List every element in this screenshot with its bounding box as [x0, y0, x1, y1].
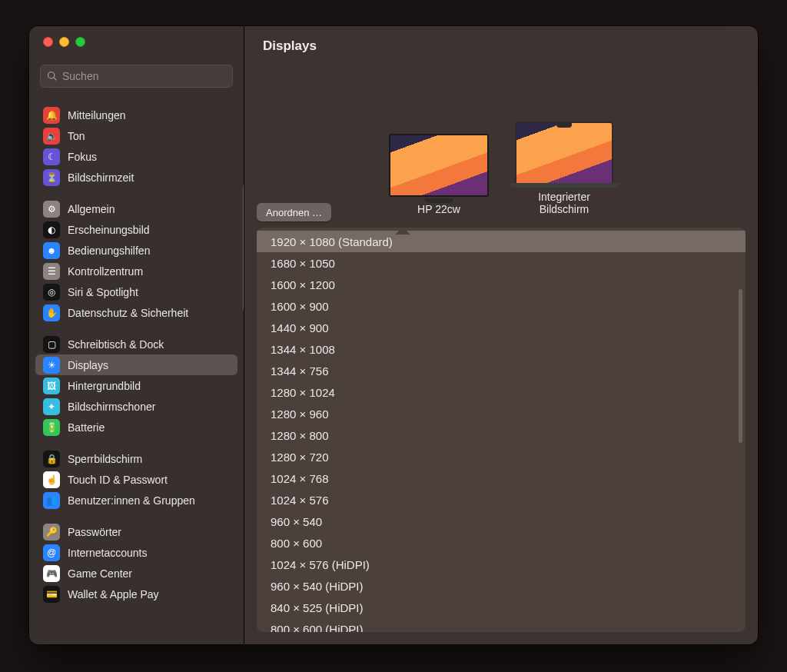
sidebar-item-sperrbildschirm[interactable]: 🔒Sperrbildschirm — [35, 448, 237, 469]
at-icon: @ — [43, 544, 60, 561]
battery-icon: 🔋 — [43, 419, 60, 436]
resolution-option[interactable]: 1280 × 800 — [257, 424, 745, 446]
sidebar-scrollbar[interactable] — [243, 185, 244, 311]
display-external[interactable]: HP 22cw — [389, 134, 489, 215]
sidebar-item-mitteilungen[interactable]: 🔔Mitteilungen — [35, 105, 237, 125]
hourglass-icon: ⏳ — [43, 169, 60, 186]
resolution-option[interactable]: 1024 × 768 — [257, 467, 745, 489]
sidebar-item-label: Touch ID & Passwort — [68, 474, 168, 486]
resolution-option[interactable]: 800 × 600 (HiDPI) — [257, 618, 745, 632]
arrange-button[interactable]: Anordnen … — [257, 203, 331, 221]
sidebar-item-label: Game Center — [68, 567, 132, 580]
sidebar-item-passw-rter[interactable]: 🔑Passwörter — [35, 521, 237, 542]
sidebar-item-schreibtisch-dock[interactable]: ▢Schreibtisch & Dock — [35, 334, 237, 354]
resolution-option[interactable]: 840 × 525 (HiDPI) — [257, 597, 745, 618]
lock-icon: 🔒 — [43, 451, 60, 467]
sidebar-item-label: Hintergrundbild — [68, 380, 141, 392]
sparkle-icon: ✦ — [43, 398, 60, 415]
display-label: Integrierter Bildschirm — [522, 191, 606, 215]
resolution-option[interactable]: 1600 × 1200 — [257, 274, 745, 295]
circle-half-icon: ◐ — [43, 221, 60, 238]
sidebar-item-allgemein[interactable]: ⚙Allgemein — [35, 198, 237, 219]
resolution-option[interactable]: 1680 × 1050 — [257, 252, 745, 274]
minimize-icon[interactable] — [59, 37, 69, 47]
resolution-option[interactable]: 1600 × 900 — [257, 295, 745, 317]
sidebar-item-label: Siri & Spotlight — [68, 286, 138, 298]
hand-icon: ✋ — [43, 304, 60, 321]
sidebar-item-displays[interactable]: ☀Displays — [35, 354, 237, 375]
sidebar-item-label: Displays — [68, 359, 108, 371]
zoom-icon[interactable] — [75, 37, 85, 47]
bell-icon: 🔔 — [43, 107, 60, 124]
display-builtin[interactable]: Integrierter Bildschirm — [515, 121, 613, 215]
sidebar-item-hintergrundbild[interactable]: 🖼Hintergrundbild — [35, 375, 237, 396]
sidebar-item-bedienungshilfen[interactable]: ☻Bedienungshilfen — [35, 240, 237, 261]
sidebar-item-ton[interactable]: 🔈Ton — [35, 125, 237, 146]
sidebar-item-label: Passwörter — [68, 526, 121, 538]
resolution-scrollbar[interactable] — [739, 289, 742, 443]
users-icon: 👥 — [43, 492, 60, 509]
resolution-option[interactable]: 1024 × 576 (HiDPI) — [257, 554, 745, 575]
sidebar-item-erscheinungsbild[interactable]: ◐Erscheinungsbild — [35, 219, 237, 240]
sidebar-item-label: Mitteilungen — [68, 109, 126, 121]
game-icon: 🎮 — [43, 565, 60, 582]
laptop-icon — [515, 121, 613, 185]
image-icon: 🖼 — [43, 378, 60, 394]
sidebar: Suchen 🔔Mitteilungen🔈Ton☾Fokus⏳Bildschir… — [29, 26, 244, 644]
sidebar-item-fokus[interactable]: ☾Fokus — [35, 146, 237, 167]
sidebar-item-game-center[interactable]: 🎮Game Center — [35, 563, 237, 584]
moon-icon: ☾ — [43, 148, 60, 165]
sidebar-item-label: Batterie — [68, 421, 105, 434]
sidebar-item-label: Benutzer:innen & Gruppen — [68, 494, 195, 507]
sun-icon: ☀ — [43, 357, 60, 374]
window-controls — [29, 26, 244, 57]
search-input[interactable]: Suchen — [40, 65, 233, 88]
monitor-icon — [389, 134, 489, 197]
speaker-icon: 🔈 — [43, 128, 60, 145]
sliders-icon: ☰ — [43, 263, 60, 280]
resolution-option[interactable]: 1280 × 1024 — [257, 381, 745, 403]
resolution-panel: 1920 × 1080 (Standard)1680 × 10501600 × … — [257, 228, 745, 632]
sidebar-item-batterie[interactable]: 🔋Batterie — [35, 417, 237, 437]
sidebar-item-label: Bedienungshilfen — [68, 245, 150, 257]
resolution-option[interactable]: 1024 × 576 — [257, 489, 745, 511]
settings-window: Suchen 🔔Mitteilungen🔈Ton☾Fokus⏳Bildschir… — [29, 26, 758, 644]
sidebar-item-label: Bildschirmzeit — [68, 171, 134, 184]
resolution-option[interactable]: 1280 × 960 — [257, 403, 745, 424]
main-panel: Displays HP 22cw Integrierter Bildschirm… — [244, 26, 758, 644]
resolution-option[interactable]: 1440 × 900 — [257, 317, 745, 338]
page-title: Displays — [244, 26, 758, 66]
dock-icon: ▢ — [43, 336, 60, 353]
sidebar-item-internetaccounts[interactable]: @Internetaccounts — [35, 542, 237, 563]
resolution-option[interactable]: 960 × 540 (HiDPI) — [257, 575, 745, 597]
resolution-option[interactable]: 960 × 540 — [257, 511, 745, 532]
display-label: HP 22cw — [417, 203, 460, 215]
sidebar-item-siri-spotlight[interactable]: ◎Siri & Spotlight — [35, 281, 237, 302]
close-icon[interactable] — [43, 37, 53, 47]
sidebar-item-label: Kontrollzentrum — [68, 265, 143, 278]
sidebar-item-bildschirmzeit[interactable]: ⏳Bildschirmzeit — [35, 167, 237, 188]
sidebar-list: 🔔Mitteilungen🔈Ton☾Fokus⏳Bildschirmzeit⚙A… — [29, 94, 244, 644]
resolution-option[interactable]: 1344 × 1008 — [257, 338, 745, 360]
resolution-option[interactable]: 1920 × 1080 (Standard) — [257, 231, 745, 252]
sidebar-item-label: Ton — [68, 130, 85, 142]
gear-icon: ⚙ — [43, 201, 60, 218]
search-icon — [47, 71, 58, 82]
sidebar-item-touch-id-passwort[interactable]: ☝Touch ID & Passwort — [35, 469, 237, 490]
resolution-option[interactable]: 1344 × 756 — [257, 360, 745, 381]
resolution-option[interactable]: 800 × 600 — [257, 532, 745, 554]
resolution-option[interactable]: 1280 × 720 — [257, 446, 745, 467]
sidebar-item-label: Erscheinungsbild — [68, 224, 150, 236]
siri-icon: ◎ — [43, 284, 60, 301]
wallet-icon: 💳 — [43, 586, 60, 603]
sidebar-item-bildschirmschoner[interactable]: ✦Bildschirmschoner — [35, 396, 237, 417]
sidebar-item-kontrollzentrum[interactable]: ☰Kontrollzentrum — [35, 261, 237, 281]
sidebar-item-label: Fokus — [68, 151, 97, 163]
sidebar-item-label: Allgemein — [68, 203, 115, 215]
sidebar-item-label: Datenschutz & Sicherheit — [68, 307, 188, 319]
sidebar-item-wallet-apple-pay[interactable]: 💳Wallet & Apple Pay — [35, 584, 237, 604]
sidebar-item-label: Sperrbildschirm — [68, 453, 142, 465]
sidebar-item-datenschutz-sicherheit[interactable]: ✋Datenschutz & Sicherheit — [35, 302, 237, 323]
displays-preview: HP 22cw Integrierter Bildschirm Anordnen… — [244, 66, 758, 220]
sidebar-item-benutzer-innen-gruppen[interactable]: 👥Benutzer:innen & Gruppen — [35, 490, 237, 511]
